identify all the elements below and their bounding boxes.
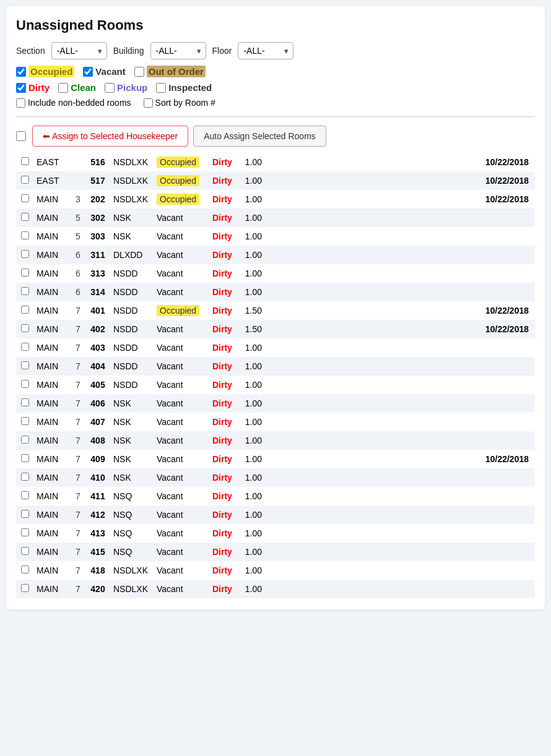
row-checkbox[interactable] [21, 157, 29, 165]
row-checkbox-cell[interactable] [16, 301, 33, 320]
dirty-checkbox[interactable] [16, 83, 26, 93]
row-dirty: Dirty [209, 246, 240, 264]
sort-by-room-label[interactable]: Sort by Room # [144, 98, 215, 108]
ooo-checkbox[interactable] [134, 67, 144, 77]
pickup-checkbox-label[interactable]: Pickup [105, 82, 147, 93]
row-checkbox[interactable] [21, 398, 29, 406]
table-row: MAIN 7 403 NSDD Vacant Dirty 1.00 [16, 338, 535, 357]
table-row: MAIN 6 313 NSDD Vacant Dirty 1.00 [16, 264, 535, 283]
row-checkbox[interactable] [21, 324, 29, 332]
floor-select-wrapper[interactable]: -ALL- [238, 42, 293, 59]
row-checkbox[interactable] [21, 510, 29, 518]
non-bedded-label[interactable]: Include non-bedded rooms [16, 98, 131, 108]
row-checkbox-cell[interactable] [16, 153, 33, 171]
row-code: NSDLXK [110, 580, 154, 598]
row-credits: 1.00 [240, 487, 265, 505]
row-checkbox[interactable] [21, 194, 29, 202]
row-checkbox[interactable] [21, 584, 29, 592]
vacant-checkbox-label[interactable]: Vacant [83, 66, 125, 77]
row-status: Vacant [154, 580, 209, 598]
row-checkbox-cell[interactable] [16, 376, 33, 394]
row-checkbox[interactable] [21, 473, 29, 481]
row-checkbox-cell[interactable] [16, 431, 33, 450]
row-date [265, 394, 535, 413]
clean-checkbox-label[interactable]: Clean [58, 82, 96, 93]
occupied-checkbox-label[interactable]: Occupied [16, 66, 74, 77]
row-credits: 1.00 [240, 338, 265, 357]
row-dirty: Dirty [209, 208, 240, 227]
sort-by-room-checkbox[interactable] [144, 98, 153, 108]
table-row: MAIN 7 411 NSQ Vacant Dirty 1.00 [16, 487, 535, 505]
section-select-wrapper[interactable]: -ALL- [51, 42, 107, 59]
row-checkbox[interactable] [21, 547, 29, 555]
row-checkbox[interactable] [21, 176, 29, 184]
row-checkbox[interactable] [21, 454, 29, 462]
select-all-checkbox[interactable] [16, 131, 26, 141]
row-checkbox-cell[interactable] [16, 320, 33, 338]
row-section: 7 [71, 580, 85, 598]
dirty-label: Dirty [28, 82, 50, 93]
row-checkbox-cell[interactable] [16, 227, 33, 246]
row-status: Vacant [154, 320, 209, 338]
row-checkbox[interactable] [21, 380, 29, 388]
row-checkbox-cell[interactable] [16, 524, 33, 543]
row-checkbox[interactable] [21, 231, 29, 239]
building-select[interactable]: -ALL- [150, 42, 206, 59]
row-checkbox-cell[interactable] [16, 505, 33, 524]
row-building: MAIN [33, 246, 71, 264]
non-bedded-checkbox[interactable] [16, 98, 25, 108]
auto-assign-button[interactable]: Auto Assign Selected Rooms [193, 126, 326, 147]
assign-housekeeper-button[interactable]: ⬅ Assign to Selected Housekeeper [32, 126, 188, 147]
row-checkbox-cell[interactable] [16, 171, 33, 190]
row-checkbox-cell[interactable] [16, 413, 33, 431]
row-room: 409 [85, 450, 110, 468]
row-checkbox-cell[interactable] [16, 487, 33, 505]
row-checkbox-cell[interactable] [16, 450, 33, 468]
row-credits: 1.00 [240, 264, 265, 283]
table-row: MAIN 7 410 NSK Vacant Dirty 1.00 [16, 468, 535, 487]
table-row: MAIN 7 406 NSK Vacant Dirty 1.00 [16, 394, 535, 413]
floor-select[interactable]: -ALL- [238, 42, 293, 59]
row-checkbox[interactable] [21, 287, 29, 295]
row-code: NSDLXK [110, 561, 154, 580]
row-checkbox[interactable] [21, 361, 29, 369]
row-checkbox-cell[interactable] [16, 338, 33, 357]
row-checkbox-cell[interactable] [16, 543, 33, 561]
occupied-checkbox[interactable] [16, 67, 26, 77]
building-select-wrapper[interactable]: -ALL- [150, 42, 206, 59]
row-dirty: Dirty [209, 543, 240, 561]
row-checkbox-cell[interactable] [16, 208, 33, 227]
ooo-checkbox-label[interactable]: Out of Order [134, 66, 206, 77]
table-row: MAIN 7 418 NSDLXK Vacant Dirty 1.00 [16, 561, 535, 580]
dirty-checkbox-label[interactable]: Dirty [16, 82, 50, 93]
inspected-checkbox[interactable] [156, 83, 166, 93]
row-dirty: Dirty [209, 431, 240, 450]
section-select[interactable]: -ALL- [51, 42, 107, 59]
clean-checkbox[interactable] [58, 83, 68, 93]
row-checkbox-cell[interactable] [16, 468, 33, 487]
row-checkbox-cell[interactable] [16, 283, 33, 301]
row-checkbox[interactable] [21, 306, 29, 314]
row-checkbox[interactable] [21, 491, 29, 499]
row-checkbox-cell[interactable] [16, 394, 33, 413]
row-checkbox[interactable] [21, 528, 29, 536]
row-checkbox[interactable] [21, 417, 29, 425]
pickup-checkbox[interactable] [105, 83, 115, 93]
row-checkbox-cell[interactable] [16, 580, 33, 598]
row-checkbox-cell[interactable] [16, 190, 33, 208]
inspected-checkbox-label[interactable]: Inspected [156, 82, 212, 93]
table-row: MAIN 7 404 NSDD Vacant Dirty 1.00 [16, 357, 535, 376]
row-checkbox-cell[interactable] [16, 561, 33, 580]
row-checkbox[interactable] [21, 565, 29, 573]
row-checkbox-cell[interactable] [16, 264, 33, 283]
row-checkbox-cell[interactable] [16, 357, 33, 376]
vacant-checkbox[interactable] [83, 67, 93, 77]
row-checkbox[interactable] [21, 436, 29, 444]
row-dirty: Dirty [209, 153, 240, 171]
row-checkbox-cell[interactable] [16, 246, 33, 264]
row-checkbox[interactable] [21, 268, 29, 277]
row-checkbox[interactable] [21, 343, 29, 351]
row-checkbox[interactable] [21, 250, 29, 258]
row-checkbox[interactable] [21, 213, 29, 221]
row-status: Vacant [154, 394, 209, 413]
